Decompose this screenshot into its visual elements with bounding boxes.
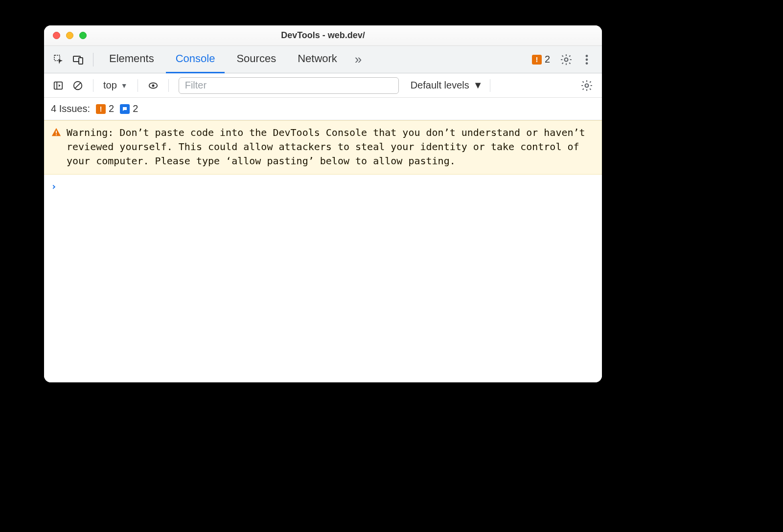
self-xss-warning: Warning: Don’t paste code into the DevTo… <box>44 120 602 175</box>
devtools-window: DevTools - web.dev/ Elements Console Sou… <box>44 25 602 382</box>
svg-point-3 <box>565 58 568 61</box>
svg-line-10 <box>75 83 81 89</box>
warning-badge-icon: ! <box>96 104 106 114</box>
divider <box>168 79 169 92</box>
tab-label: Sources <box>236 52 276 65</box>
divider <box>138 79 138 92</box>
context-label: top <box>103 80 117 91</box>
devtools-tabstrip: Elements Console Sources Network » ! 2 <box>44 46 602 73</box>
svg-rect-14 <box>56 131 57 133</box>
device-toolbar-icon[interactable] <box>69 51 87 68</box>
tab-label: Console <box>176 52 215 65</box>
info-issues-badge[interactable]: 2 <box>120 103 138 114</box>
tab-elements[interactable]: Elements <box>99 46 164 73</box>
warning-badge-icon: ! <box>532 55 542 65</box>
issues-indicator[interactable]: ! 2 <box>532 54 550 65</box>
close-window-button[interactable] <box>53 32 60 39</box>
log-levels-selector[interactable]: Default levels ▼ <box>411 80 483 91</box>
svg-point-12 <box>152 84 154 87</box>
tab-console[interactable]: Console <box>166 46 225 73</box>
divider <box>93 79 93 92</box>
dropdown-icon: ▼ <box>473 80 483 91</box>
tab-sources[interactable]: Sources <box>227 46 286 73</box>
svg-point-5 <box>586 58 588 61</box>
console-settings-button[interactable] <box>577 76 596 95</box>
svg-point-4 <box>586 55 588 57</box>
console-output: Warning: Don’t paste code into the DevTo… <box>44 120 602 382</box>
svg-rect-2 <box>79 58 83 64</box>
console-toolbar: top ▼ Default levels ▼ <box>44 73 602 98</box>
svg-point-6 <box>586 62 588 65</box>
issues-summary-bar[interactable]: 4 Issues: ! 2 2 <box>44 98 602 120</box>
levels-label: Default levels <box>411 80 469 91</box>
issues-label: 4 Issues: <box>51 103 90 114</box>
prompt-chevron-icon: › <box>51 180 57 192</box>
warning-count: 2 <box>109 103 114 114</box>
console-prompt[interactable]: › <box>44 175 602 198</box>
inspect-element-icon[interactable] <box>50 51 68 68</box>
minimize-window-button[interactable] <box>66 32 73 39</box>
issues-count: 2 <box>545 54 550 65</box>
warning-issues-badge[interactable]: ! 2 <box>96 103 114 114</box>
clear-console-button[interactable] <box>69 77 86 94</box>
divider <box>490 79 490 92</box>
context-selector[interactable]: top ▼ <box>100 79 131 92</box>
settings-button[interactable] <box>557 50 576 69</box>
svg-rect-7 <box>54 82 63 89</box>
svg-rect-15 <box>56 134 57 135</box>
dropdown-icon: ▼ <box>121 82 128 89</box>
tab-label: Network <box>298 52 337 65</box>
toggle-sidebar-button[interactable] <box>50 77 67 94</box>
warning-text: Warning: Don’t paste code into the DevTo… <box>67 126 595 168</box>
tab-network[interactable]: Network <box>288 46 347 73</box>
info-badge-icon <box>120 104 130 114</box>
tab-label: Elements <box>109 52 154 65</box>
svg-point-13 <box>585 84 589 87</box>
info-count: 2 <box>133 103 138 114</box>
filter-input[interactable] <box>179 77 399 94</box>
more-options-button[interactable] <box>577 50 596 69</box>
more-tabs-icon[interactable]: » <box>349 52 368 67</box>
divider <box>93 53 93 66</box>
titlebar: DevTools - web.dev/ <box>44 25 602 46</box>
zoom-window-button[interactable] <box>79 32 87 39</box>
window-title: DevTools - web.dev/ <box>44 30 602 41</box>
live-expression-button[interactable] <box>145 77 161 94</box>
window-controls <box>44 32 87 39</box>
warning-triangle-icon <box>51 127 62 138</box>
